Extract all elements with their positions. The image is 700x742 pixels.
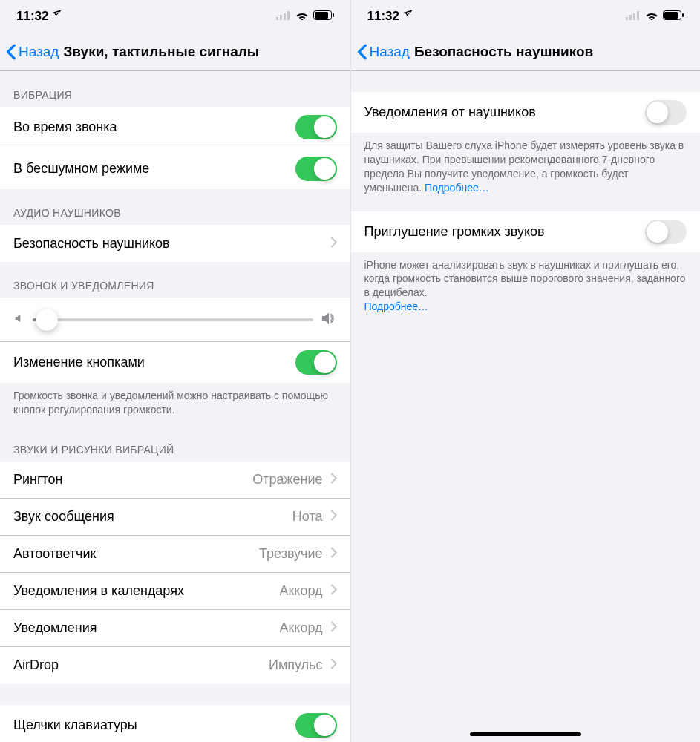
volume-low-icon <box>13 312 25 327</box>
svg-rect-2 <box>284 13 286 20</box>
row-reduce-loud-sounds[interactable]: Приглушение громких звуков <box>351 211 701 252</box>
row-sound-item[interactable]: AirDropИмпульс <box>0 647 350 684</box>
row-vibrate-on-ring[interactable]: Во время звонка <box>0 107 350 148</box>
learn-more-link[interactable]: Подробнее… <box>425 182 489 194</box>
section-footer-ringer: Громкость звонка и уведомлений можно нас… <box>0 383 350 426</box>
row-value: Нота <box>292 509 323 525</box>
row-value: Отражение <box>252 472 322 487</box>
svg-rect-8 <box>629 15 632 20</box>
section-header-headphone-audio: АУДИО НАУШНИКОВ <box>0 189 350 225</box>
svg-rect-9 <box>633 13 635 20</box>
battery-icon <box>313 9 334 24</box>
svg-rect-5 <box>315 12 328 19</box>
row-label: AirDrop <box>13 657 269 673</box>
section-footer-reduce: iPhone может анализировать звук в наушни… <box>351 252 701 324</box>
cellular-icon <box>626 9 641 24</box>
svg-rect-0 <box>276 17 278 20</box>
chevron-right-icon <box>330 472 337 487</box>
row-label: Приглушение громких звуков <box>364 224 646 240</box>
row-value: Аккорд <box>279 620 322 636</box>
toggle-reduce-loud-sounds[interactable] <box>645 220 687 244</box>
back-label: Назад <box>370 44 410 60</box>
row-label: Изменение кнопками <box>13 355 295 370</box>
section-footer-notifications: Для защиты Вашего слуха iPhone будет изм… <box>351 133 701 204</box>
chevron-right-icon <box>330 620 337 636</box>
back-button[interactable]: Назад <box>357 44 410 60</box>
location-arrow-icon <box>402 9 413 24</box>
screen-headphone-safety: 11:32 Назад Безопасность наушников <box>350 0 701 742</box>
svg-rect-3 <box>287 11 290 20</box>
toggle-keyboard-clicks[interactable] <box>295 713 337 738</box>
status-bar: 11:32 <box>0 0 350 33</box>
back-button[interactable]: Назад <box>6 44 59 60</box>
row-sound-item[interactable]: УведомленияАккорд <box>0 610 350 647</box>
row-sound-item[interactable]: АвтоответчикТрезвучие <box>0 536 350 573</box>
row-label: Во время звонка <box>13 119 295 135</box>
section-header-vibration: ВИБРАЦИЯ <box>0 71 350 107</box>
svg-rect-1 <box>280 15 282 20</box>
battery-icon <box>663 9 684 24</box>
row-change-with-buttons[interactable]: Изменение кнопками <box>0 342 350 383</box>
nav-bar: Назад Звуки, тактильные сигналы <box>0 33 350 71</box>
row-label: Уведомления <box>13 620 279 636</box>
row-label: Автоответчик <box>13 546 259 562</box>
row-label: Уведомления в календарях <box>13 583 279 599</box>
status-bar: 11:32 <box>351 0 701 33</box>
svg-rect-12 <box>664 12 678 19</box>
status-time: 11:32 <box>367 9 399 24</box>
chevron-right-icon <box>330 509 337 525</box>
back-label: Назад <box>19 44 59 60</box>
section-header-sounds: ЗВУКИ И РИСУНКИ ВИБРАЦИЙ <box>0 426 350 462</box>
volume-slider[interactable] <box>33 318 313 321</box>
content-scroll[interactable]: Уведомления от наушников Для защиты Ваше… <box>351 71 701 742</box>
row-label: В бесшумном режиме <box>13 161 295 177</box>
svg-rect-6 <box>333 13 334 17</box>
row-sound-item[interactable]: Звук сообщенияНота <box>0 499 350 536</box>
home-indicator[interactable] <box>470 732 581 736</box>
row-headphone-notifications[interactable]: Уведомления от наушников <box>351 92 701 133</box>
status-time: 11:32 <box>16 9 48 24</box>
chevron-right-icon <box>330 546 337 562</box>
row-label: Уведомления от наушников <box>364 105 646 120</box>
row-label: Рингтон <box>13 472 252 487</box>
chevron-right-icon <box>330 583 337 599</box>
volume-high-icon <box>321 312 337 328</box>
learn-more-link[interactable]: Подробнее… <box>364 301 429 312</box>
row-label: Звук сообщения <box>13 509 292 525</box>
row-headphone-safety[interactable]: Безопасность наушников <box>0 225 350 262</box>
row-sound-item[interactable]: Уведомления в календаряхАккорд <box>0 573 350 610</box>
chevron-right-icon <box>330 657 337 673</box>
toggle-vibrate-on-silent[interactable] <box>295 157 337 181</box>
row-value: Аккорд <box>279 583 322 599</box>
nav-bar: Назад Безопасность наушников <box>351 33 701 71</box>
row-sound-item[interactable]: РингтонОтражение <box>0 462 350 499</box>
content-scroll[interactable]: ВИБРАЦИЯ Во время звонка В бесшумном реж… <box>0 71 350 742</box>
svg-rect-13 <box>682 13 684 17</box>
toggle-headphone-notifications[interactable] <box>645 100 687 125</box>
row-value: Импульс <box>269 657 323 673</box>
screen-sounds: 11:32 Назад Звуки, тактильные сигналы ВИ… <box>0 0 350 742</box>
section-header-ringer: ЗВОНОК И УВЕДОМЛЕНИЯ <box>0 262 350 298</box>
row-label: Щелчки клавиатуры <box>13 718 295 733</box>
location-arrow-icon <box>51 9 62 24</box>
page-title: Звуки, тактильные сигналы <box>63 44 259 60</box>
wifi-icon <box>645 9 658 24</box>
row-vibrate-on-silent[interactable]: В бесшумном режиме <box>0 148 350 189</box>
row-keyboard-clicks[interactable]: Щелчки клавиатуры <box>0 705 350 742</box>
svg-rect-10 <box>637 11 639 20</box>
page-title: Безопасность наушников <box>414 44 593 60</box>
chevron-right-icon <box>330 236 337 252</box>
row-value: Трезвучие <box>259 546 322 562</box>
wifi-icon <box>295 9 309 24</box>
row-label: Безопасность наушников <box>13 236 330 252</box>
cellular-icon <box>276 9 291 24</box>
volume-slider-row <box>0 298 350 342</box>
svg-rect-7 <box>626 17 628 20</box>
toggle-change-with-buttons[interactable] <box>295 350 337 375</box>
toggle-vibrate-on-ring[interactable] <box>295 115 337 139</box>
